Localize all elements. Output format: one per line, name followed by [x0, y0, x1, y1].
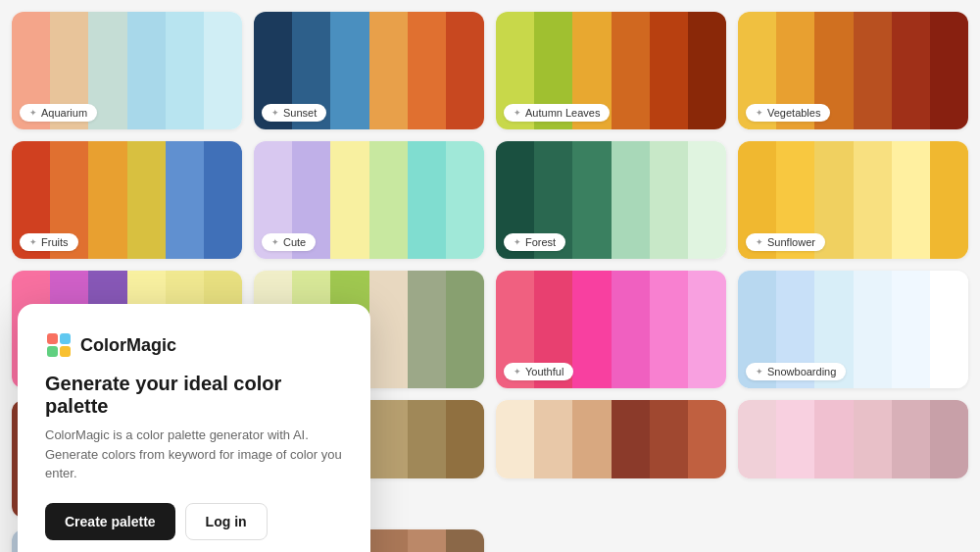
palette-label: Sunflower [746, 233, 825, 251]
svg-rect-1 [47, 333, 58, 344]
palette-row4-2[interactable] [496, 400, 726, 478]
popup-card: ColorMagic Generate your ideal color pal… [18, 304, 370, 552]
palette-forest[interactable]: Forest [496, 141, 726, 259]
palette-sunflower[interactable]: Sunflower [738, 141, 968, 259]
svg-rect-3 [47, 346, 58, 357]
palette-label: Fruits [20, 233, 78, 251]
popup-logo: ColorMagic [45, 331, 343, 359]
palette-autumn[interactable]: Autumn Leaves [496, 12, 726, 129]
svg-rect-2 [60, 333, 71, 344]
palette-sunset[interactable]: Sunset [254, 12, 484, 129]
palette-label: Sunset [262, 104, 326, 122]
palette-snowboarding[interactable]: Snowboarding [738, 271, 968, 388]
colormagic-logo-icon [45, 331, 73, 359]
palette-label: Aquarium [20, 104, 97, 122]
palette-cute[interactable]: Cute [254, 141, 484, 259]
palette-fruits[interactable]: Fruits [12, 141, 242, 259]
palette-label: Snowboarding [746, 363, 846, 380]
palette-label: Cute [262, 233, 316, 251]
popup-description: ColorMagic is a color palette generator … [45, 426, 343, 483]
popup-title: Generate your ideal color palette [45, 373, 343, 418]
login-button[interactable]: Log in [185, 503, 268, 540]
palette-label: Vegetables [746, 104, 830, 122]
palette-label: Forest [504, 233, 565, 251]
palette-vegetables[interactable]: Vegetables [738, 12, 968, 129]
palette-youthful[interactable]: Youthful [496, 271, 726, 388]
svg-rect-4 [60, 346, 71, 357]
app-name: ColorMagic [80, 335, 176, 356]
palette-row4-3[interactable] [738, 400, 968, 478]
palette-label: Youthful [504, 363, 573, 380]
create-palette-button[interactable]: Create palette [45, 503, 175, 540]
palette-aquarium[interactable]: Aquarium [12, 12, 242, 129]
popup-buttons: Create palette Log in [45, 503, 343, 540]
palette-label: Autumn Leaves [504, 104, 610, 122]
